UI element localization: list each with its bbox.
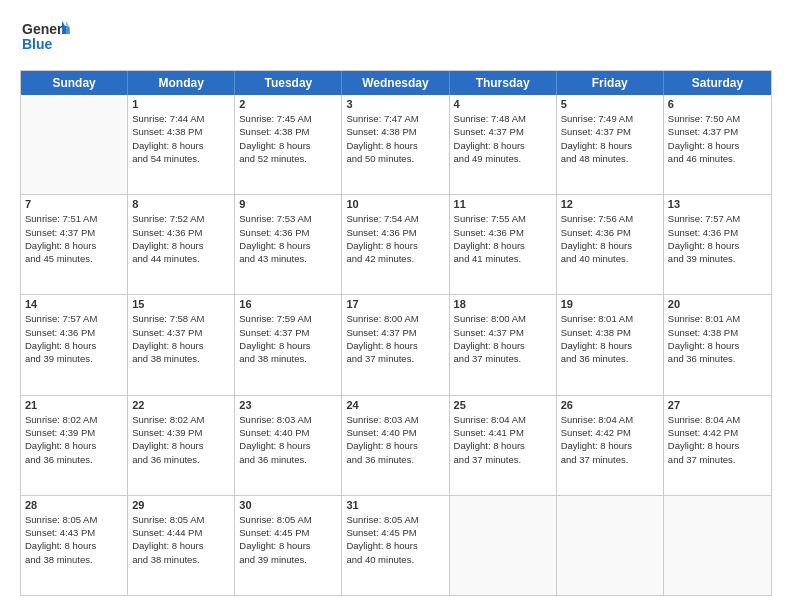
calendar-cell: 14Sunrise: 7:57 AM Sunset: 4:36 PM Dayli… xyxy=(21,295,128,394)
cell-info: Sunrise: 7:45 AM Sunset: 4:38 PM Dayligh… xyxy=(239,112,337,165)
calendar-cell: 11Sunrise: 7:55 AM Sunset: 4:36 PM Dayli… xyxy=(450,195,557,294)
day-number: 20 xyxy=(668,298,767,310)
page: General Blue SundayMondayTuesdayWednesda… xyxy=(0,0,792,612)
calendar-cell: 3Sunrise: 7:47 AM Sunset: 4:38 PM Daylig… xyxy=(342,95,449,194)
day-number: 14 xyxy=(25,298,123,310)
weekday-header: Monday xyxy=(128,71,235,95)
day-number: 2 xyxy=(239,98,337,110)
calendar-cell xyxy=(557,496,664,595)
cell-info: Sunrise: 7:47 AM Sunset: 4:38 PM Dayligh… xyxy=(346,112,444,165)
cell-info: Sunrise: 7:57 AM Sunset: 4:36 PM Dayligh… xyxy=(668,212,767,265)
day-number: 29 xyxy=(132,499,230,511)
day-number: 13 xyxy=(668,198,767,210)
weekday-header: Saturday xyxy=(664,71,771,95)
calendar-cell: 29Sunrise: 8:05 AM Sunset: 4:44 PM Dayli… xyxy=(128,496,235,595)
calendar: SundayMondayTuesdayWednesdayThursdayFrid… xyxy=(20,70,772,596)
day-number: 31 xyxy=(346,499,444,511)
calendar-cell: 19Sunrise: 8:01 AM Sunset: 4:38 PM Dayli… xyxy=(557,295,664,394)
cell-info: Sunrise: 8:05 AM Sunset: 4:45 PM Dayligh… xyxy=(346,513,444,566)
day-number: 11 xyxy=(454,198,552,210)
calendar-cell: 23Sunrise: 8:03 AM Sunset: 4:40 PM Dayli… xyxy=(235,396,342,495)
cell-info: Sunrise: 7:51 AM Sunset: 4:37 PM Dayligh… xyxy=(25,212,123,265)
day-number: 18 xyxy=(454,298,552,310)
cell-info: Sunrise: 8:04 AM Sunset: 4:41 PM Dayligh… xyxy=(454,413,552,466)
cell-info: Sunrise: 8:05 AM Sunset: 4:43 PM Dayligh… xyxy=(25,513,123,566)
calendar-cell: 4Sunrise: 7:48 AM Sunset: 4:37 PM Daylig… xyxy=(450,95,557,194)
cell-info: Sunrise: 7:58 AM Sunset: 4:37 PM Dayligh… xyxy=(132,312,230,365)
weekday-header: Sunday xyxy=(21,71,128,95)
cell-info: Sunrise: 7:57 AM Sunset: 4:36 PM Dayligh… xyxy=(25,312,123,365)
day-number: 1 xyxy=(132,98,230,110)
day-number: 6 xyxy=(668,98,767,110)
calendar-cell: 6Sunrise: 7:50 AM Sunset: 4:37 PM Daylig… xyxy=(664,95,771,194)
cell-info: Sunrise: 8:01 AM Sunset: 4:38 PM Dayligh… xyxy=(561,312,659,365)
day-number: 5 xyxy=(561,98,659,110)
calendar-cell: 16Sunrise: 7:59 AM Sunset: 4:37 PM Dayli… xyxy=(235,295,342,394)
cell-info: Sunrise: 7:49 AM Sunset: 4:37 PM Dayligh… xyxy=(561,112,659,165)
calendar-cell: 21Sunrise: 8:02 AM Sunset: 4:39 PM Dayli… xyxy=(21,396,128,495)
cell-info: Sunrise: 7:54 AM Sunset: 4:36 PM Dayligh… xyxy=(346,212,444,265)
day-number: 7 xyxy=(25,198,123,210)
calendar-cell: 26Sunrise: 8:04 AM Sunset: 4:42 PM Dayli… xyxy=(557,396,664,495)
calendar-cell xyxy=(21,95,128,194)
cell-info: Sunrise: 7:53 AM Sunset: 4:36 PM Dayligh… xyxy=(239,212,337,265)
calendar-cell: 9Sunrise: 7:53 AM Sunset: 4:36 PM Daylig… xyxy=(235,195,342,294)
cell-info: Sunrise: 8:00 AM Sunset: 4:37 PM Dayligh… xyxy=(454,312,552,365)
calendar-cell: 17Sunrise: 8:00 AM Sunset: 4:37 PM Dayli… xyxy=(342,295,449,394)
calendar-cell: 8Sunrise: 7:52 AM Sunset: 4:36 PM Daylig… xyxy=(128,195,235,294)
day-number: 15 xyxy=(132,298,230,310)
logo: General Blue xyxy=(20,16,70,60)
day-number: 28 xyxy=(25,499,123,511)
calendar-week-row: 1Sunrise: 7:44 AM Sunset: 4:38 PM Daylig… xyxy=(21,95,771,194)
calendar-cell: 1Sunrise: 7:44 AM Sunset: 4:38 PM Daylig… xyxy=(128,95,235,194)
cell-info: Sunrise: 8:05 AM Sunset: 4:44 PM Dayligh… xyxy=(132,513,230,566)
weekday-header: Thursday xyxy=(450,71,557,95)
svg-text:Blue: Blue xyxy=(22,36,53,52)
calendar-week-row: 21Sunrise: 8:02 AM Sunset: 4:39 PM Dayli… xyxy=(21,395,771,495)
cell-info: Sunrise: 8:01 AM Sunset: 4:38 PM Dayligh… xyxy=(668,312,767,365)
day-number: 25 xyxy=(454,399,552,411)
day-number: 3 xyxy=(346,98,444,110)
calendar-cell: 7Sunrise: 7:51 AM Sunset: 4:37 PM Daylig… xyxy=(21,195,128,294)
day-number: 9 xyxy=(239,198,337,210)
weekday-header: Wednesday xyxy=(342,71,449,95)
cell-info: Sunrise: 8:03 AM Sunset: 4:40 PM Dayligh… xyxy=(346,413,444,466)
calendar-cell: 25Sunrise: 8:04 AM Sunset: 4:41 PM Dayli… xyxy=(450,396,557,495)
weekday-header: Tuesday xyxy=(235,71,342,95)
calendar-cell: 28Sunrise: 8:05 AM Sunset: 4:43 PM Dayli… xyxy=(21,496,128,595)
day-number: 23 xyxy=(239,399,337,411)
calendar-cell: 10Sunrise: 7:54 AM Sunset: 4:36 PM Dayli… xyxy=(342,195,449,294)
calendar-cell: 2Sunrise: 7:45 AM Sunset: 4:38 PM Daylig… xyxy=(235,95,342,194)
day-number: 8 xyxy=(132,198,230,210)
cell-info: Sunrise: 7:56 AM Sunset: 4:36 PM Dayligh… xyxy=(561,212,659,265)
calendar-cell: 30Sunrise: 8:05 AM Sunset: 4:45 PM Dayli… xyxy=(235,496,342,595)
cell-info: Sunrise: 8:02 AM Sunset: 4:39 PM Dayligh… xyxy=(132,413,230,466)
calendar-cell: 20Sunrise: 8:01 AM Sunset: 4:38 PM Dayli… xyxy=(664,295,771,394)
cell-info: Sunrise: 8:00 AM Sunset: 4:37 PM Dayligh… xyxy=(346,312,444,365)
calendar-cell xyxy=(664,496,771,595)
day-number: 17 xyxy=(346,298,444,310)
day-number: 26 xyxy=(561,399,659,411)
calendar-week-row: 28Sunrise: 8:05 AM Sunset: 4:43 PM Dayli… xyxy=(21,495,771,595)
cell-info: Sunrise: 8:03 AM Sunset: 4:40 PM Dayligh… xyxy=(239,413,337,466)
day-number: 19 xyxy=(561,298,659,310)
calendar-cell: 13Sunrise: 7:57 AM Sunset: 4:36 PM Dayli… xyxy=(664,195,771,294)
cell-info: Sunrise: 7:50 AM Sunset: 4:37 PM Dayligh… xyxy=(668,112,767,165)
day-number: 21 xyxy=(25,399,123,411)
day-number: 27 xyxy=(668,399,767,411)
day-number: 22 xyxy=(132,399,230,411)
calendar-cell: 24Sunrise: 8:03 AM Sunset: 4:40 PM Dayli… xyxy=(342,396,449,495)
cell-info: Sunrise: 7:59 AM Sunset: 4:37 PM Dayligh… xyxy=(239,312,337,365)
cell-info: Sunrise: 8:04 AM Sunset: 4:42 PM Dayligh… xyxy=(561,413,659,466)
cell-info: Sunrise: 7:44 AM Sunset: 4:38 PM Dayligh… xyxy=(132,112,230,165)
day-number: 4 xyxy=(454,98,552,110)
calendar-cell: 12Sunrise: 7:56 AM Sunset: 4:36 PM Dayli… xyxy=(557,195,664,294)
calendar-week-row: 7Sunrise: 7:51 AM Sunset: 4:37 PM Daylig… xyxy=(21,194,771,294)
cell-info: Sunrise: 8:02 AM Sunset: 4:39 PM Dayligh… xyxy=(25,413,123,466)
calendar-cell xyxy=(450,496,557,595)
calendar-week-row: 14Sunrise: 7:57 AM Sunset: 4:36 PM Dayli… xyxy=(21,294,771,394)
day-number: 30 xyxy=(239,499,337,511)
day-number: 16 xyxy=(239,298,337,310)
calendar-cell: 15Sunrise: 7:58 AM Sunset: 4:37 PM Dayli… xyxy=(128,295,235,394)
cell-info: Sunrise: 8:04 AM Sunset: 4:42 PM Dayligh… xyxy=(668,413,767,466)
